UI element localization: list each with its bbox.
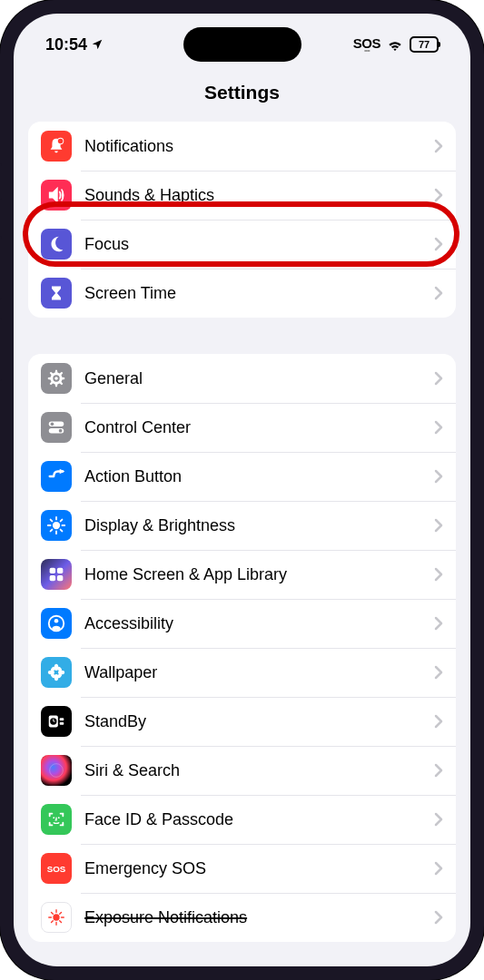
svg-line-13	[51, 530, 53, 532]
row-label: Siri & Search	[84, 761, 434, 780]
svg-text:SOS: SOS	[47, 864, 66, 874]
svg-rect-18	[57, 575, 63, 581]
row-label: Wallpaper	[84, 663, 434, 682]
svg-point-6	[53, 522, 60, 529]
svg-rect-15	[50, 568, 55, 573]
row-label: Accessibility	[84, 614, 434, 633]
chevron-right-icon	[434, 861, 443, 876]
settings-row-siri-search[interactable]: Siri & Search	[28, 746, 456, 795]
page-title: Settings	[14, 82, 470, 103]
toggles-icon	[41, 412, 72, 443]
svg-point-21	[54, 664, 59, 671]
volume-up-button	[0, 236, 2, 299]
chevron-right-icon	[434, 469, 443, 484]
chevron-right-icon	[434, 518, 443, 533]
settings-row-exposure-notifications[interactable]: Exposure Notifications	[28, 893, 456, 942]
siri-icon	[41, 755, 72, 786]
bell-badge-icon	[41, 131, 72, 162]
chevron-right-icon	[434, 616, 443, 631]
svg-point-1	[58, 139, 64, 144]
row-label: Focus	[84, 235, 434, 254]
settings-row-general[interactable]: General	[28, 354, 456, 403]
sos-indicator: SOS ••••	[353, 35, 380, 54]
settings-row-display-brightness[interactable]: Display & Brightness	[28, 501, 456, 550]
settings-row-standby[interactable]: StandBy	[28, 697, 456, 746]
svg-line-43	[52, 913, 54, 915]
chevron-right-icon	[434, 420, 443, 435]
clock-icon	[41, 706, 72, 737]
svg-line-12	[61, 530, 63, 532]
chevron-right-icon	[434, 567, 443, 582]
svg-line-44	[60, 921, 62, 923]
svg-line-11	[51, 520, 53, 522]
svg-rect-32	[60, 718, 64, 720]
flower-icon	[41, 657, 72, 688]
dynamic-island	[183, 27, 301, 62]
chevron-right-icon	[434, 237, 443, 251]
settings-row-action-button[interactable]: Action Button	[28, 452, 456, 501]
row-label: Home Screen & App Library	[84, 565, 434, 584]
svg-point-34	[50, 764, 64, 778]
svg-point-3	[51, 423, 54, 426]
chevron-right-icon	[434, 139, 443, 153]
chevron-right-icon	[434, 286, 443, 300]
grid-icon	[41, 559, 72, 590]
settings-row-accessibility[interactable]: Accessibility	[28, 599, 456, 648]
row-label: Face ID & Passcode	[84, 810, 434, 829]
exposure-icon	[41, 902, 72, 933]
speaker-icon	[41, 180, 72, 211]
settings-row-control-center[interactable]: Control Center	[28, 403, 456, 452]
sos-icon: SOS	[41, 853, 72, 884]
row-label: Notifications	[84, 137, 434, 156]
settings-row-screen-time[interactable]: Screen Time	[28, 269, 456, 318]
row-label: General	[84, 369, 434, 388]
status-time: 10:54	[45, 35, 87, 54]
chevron-right-icon	[434, 763, 443, 778]
svg-point-23	[48, 671, 54, 675]
location-icon	[91, 38, 104, 51]
svg-rect-17	[50, 575, 55, 581]
settings-row-emergency-sos[interactable]: SOSEmergency SOS	[28, 844, 456, 893]
svg-point-38	[53, 914, 59, 920]
hourglass-icon	[41, 278, 72, 309]
svg-line-14	[61, 520, 63, 522]
row-label: Emergency SOS	[84, 859, 434, 878]
phone-frame: 10:54 SOS •••• 77 Settings	[0, 0, 484, 980]
svg-point-24	[58, 671, 64, 675]
wifi-icon	[386, 38, 404, 52]
volume-down-button	[0, 318, 2, 381]
row-label: Display & Brightness	[84, 516, 434, 535]
content-area: NotificationsSounds & HapticsFocusScreen…	[14, 122, 470, 942]
action-icon	[41, 461, 72, 492]
settings-row-notifications[interactable]: Notifications	[28, 122, 456, 171]
chevron-right-icon	[434, 714, 443, 729]
battery-icon: 77	[410, 36, 439, 53]
person-icon	[41, 608, 72, 639]
svg-point-35	[53, 817, 54, 818]
chevron-right-icon	[434, 665, 443, 680]
moon-icon	[41, 229, 72, 260]
svg-point-20	[54, 619, 59, 623]
chevron-right-icon	[434, 812, 443, 827]
settings-row-face-id-passcode[interactable]: Face ID & Passcode	[28, 795, 456, 844]
chevron-right-icon	[434, 910, 443, 925]
settings-row-wallpaper[interactable]: Wallpaper	[28, 648, 456, 697]
row-label: Sounds & Haptics	[84, 186, 434, 205]
settings-row-focus[interactable]: Focus	[28, 220, 456, 269]
chevron-right-icon	[434, 371, 443, 386]
settings-row-home-screen-app-library[interactable]: Home Screen & App Library	[28, 550, 456, 599]
face-icon	[41, 804, 72, 835]
settings-group-2: GeneralControl CenterAction ButtonDispla…	[28, 354, 456, 942]
svg-point-22	[54, 674, 59, 681]
title-bar: Settings	[14, 68, 470, 122]
row-label: Screen Time	[84, 284, 434, 303]
svg-point-36	[58, 817, 60, 818]
row-label: Exposure Notifications	[84, 908, 434, 927]
settings-row-sounds-haptics[interactable]: Sounds & Haptics	[28, 171, 456, 220]
row-label: Control Center	[84, 418, 434, 437]
svg-point-5	[59, 429, 63, 433]
svg-rect-33	[60, 722, 64, 725]
chevron-right-icon	[434, 188, 443, 202]
mute-switch	[0, 163, 2, 200]
row-label: Action Button	[84, 467, 434, 486]
